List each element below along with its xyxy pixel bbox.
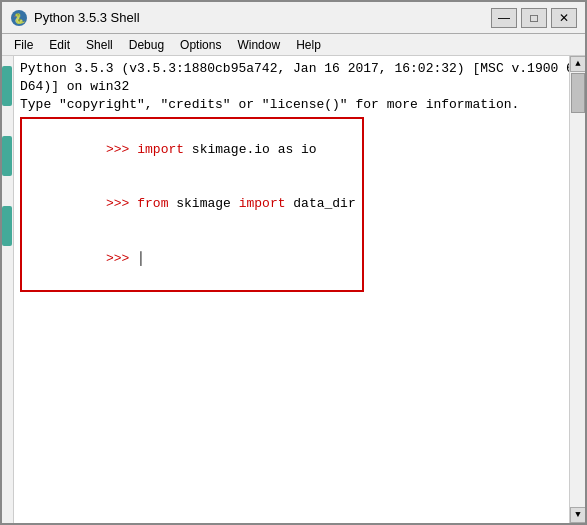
scroll-track[interactable] <box>570 72 585 507</box>
menu-window[interactable]: Window <box>229 36 288 54</box>
window-title: Python 3.5.3 Shell <box>34 10 491 25</box>
window-controls: — □ ✕ <box>491 8 577 28</box>
menu-debug[interactable]: Debug <box>121 36 172 54</box>
menu-file[interactable]: File <box>6 36 41 54</box>
cursor-input[interactable]: │ <box>137 251 145 266</box>
title-bar: 🐍 Python 3.5.3 Shell — □ ✕ <box>2 2 585 34</box>
scroll-down-button[interactable]: ▼ <box>570 507 585 523</box>
svg-text:🐍: 🐍 <box>13 12 26 25</box>
menu-edit[interactable]: Edit <box>41 36 78 54</box>
header-line-3: Type "copyright", "credits" or "license(… <box>20 96 563 114</box>
left-tabs <box>2 56 14 523</box>
minimize-button[interactable]: — <box>491 8 517 28</box>
main-window: 🐍 Python 3.5.3 Shell — □ ✕ File Edit She… <box>0 0 587 525</box>
scroll-thumb[interactable] <box>571 73 585 113</box>
prompt-2: >>> <box>106 196 137 211</box>
header-line-1: Python 3.5.3 (v3.5.3:1880cb95a742, Jan 1… <box>20 60 563 78</box>
scroll-up-button[interactable]: ▲ <box>570 56 585 72</box>
keyword-import-1: import <box>137 142 184 157</box>
app-icon: 🐍 <box>10 9 28 27</box>
prompt-3: >>> <box>106 251 137 266</box>
code-block: >>> import skimage.io as io >>> from ski… <box>20 117 364 293</box>
keyword-from: from <box>137 196 168 211</box>
menu-help[interactable]: Help <box>288 36 329 54</box>
close-button[interactable]: ✕ <box>551 8 577 28</box>
code-line-1: >>> import skimage.io as io <box>28 123 356 178</box>
code-text-1: skimage.io as io <box>184 142 317 157</box>
keyword-import-2: import <box>239 196 286 211</box>
left-tab-1 <box>2 66 12 106</box>
code-line-2: >>> from skimage import data_dir <box>28 177 356 232</box>
menu-shell[interactable]: Shell <box>78 36 121 54</box>
menu-options[interactable]: Options <box>172 36 229 54</box>
header-line-2: D64)] on win32 <box>20 78 563 96</box>
menu-bar: File Edit Shell Debug Options Window Hel… <box>2 34 585 56</box>
code-line-3[interactable]: >>> │ <box>28 232 356 287</box>
prompt-1: >>> <box>106 142 137 157</box>
left-tab-3 <box>2 206 12 246</box>
maximize-button[interactable]: □ <box>521 8 547 28</box>
code-text-2a: skimage <box>168 196 238 211</box>
shell-wrapper: Python 3.5.3 (v3.5.3:1880cb95a742, Jan 1… <box>2 56 585 523</box>
left-tab-2 <box>2 136 12 176</box>
shell-content: Python 3.5.3 (v3.5.3:1880cb95a742, Jan 1… <box>14 56 569 523</box>
vertical-scrollbar[interactable]: ▲ ▼ <box>569 56 585 523</box>
code-text-2b: data_dir <box>285 196 355 211</box>
